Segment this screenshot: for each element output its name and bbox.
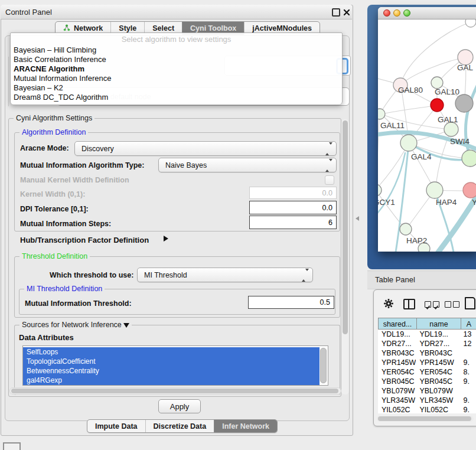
network-node[interactable]	[378, 184, 382, 196]
desktop: Control Panel Network Style Select Cyni …	[0, 0, 476, 450]
network-node[interactable]	[463, 182, 476, 198]
network-node[interactable]	[462, 150, 476, 167]
table-row[interactable]: YDR27...YDR27...12	[378, 339, 476, 348]
collapse-arrow-icon[interactable]	[123, 323, 129, 328]
aracne-mode-label: Aracne Mode:	[20, 144, 69, 152]
minimized-panel-icon[interactable]	[3, 442, 21, 450]
hub-definition-label: Hub/Transcription Factor Definition	[20, 236, 149, 244]
vertical-scrollbar[interactable]	[341, 119, 349, 394]
deselect-all-columns-icon[interactable]	[445, 301, 461, 312]
mi-steps-field[interactable]: 6	[249, 216, 337, 229]
mi-type-select[interactable]: Naive Bayes	[158, 158, 337, 172]
scrollbar-thumb[interactable]	[11, 389, 338, 393]
scrollbar-thumb[interactable]	[378, 416, 471, 421]
stepper-arrows-icon	[302, 271, 309, 279]
float-window-icon[interactable]	[332, 8, 340, 17]
select-all-columns-icon[interactable]	[425, 301, 441, 312]
node-label: GAL10	[435, 87, 459, 96]
network-node[interactable]	[426, 182, 443, 198]
dpi-tolerance-field[interactable]: 0.0	[249, 201, 337, 214]
network-canvas[interactable]: GALGAL80GAL10GAL1GAL11SWI4GAL4GCY1HAP4YH…	[378, 19, 476, 252]
node-label: GAL11	[380, 121, 405, 130]
table-cell: YBR043C	[416, 348, 459, 358]
dropdown-placeholder: Select algorithm to view settings	[11, 33, 342, 45]
table-row[interactable]: YIL052CYIL052C9.	[378, 405, 476, 413]
column-header[interactable]: A	[461, 318, 476, 330]
node-label: Y	[472, 198, 476, 207]
table-row[interactable]: YER054CYER054C8.	[378, 367, 476, 377]
table-row[interactable]: YDL19...YDL19...13	[378, 330, 476, 339]
table-row[interactable]: YLR345WYLR345W9.	[378, 396, 476, 405]
network-window-titlebar[interactable]	[378, 7, 476, 19]
network-edge[interactable]	[396, 144, 409, 252]
attribute-list-item[interactable]: TopologicalCoefficient	[23, 357, 319, 366]
tab-impute-data[interactable]: Impute Data	[87, 420, 145, 432]
list-scrollbar[interactable]	[320, 348, 327, 383]
data-attributes-listbox[interactable]: SelfLoopsTopologicalCoefficientBetweenne…	[22, 345, 328, 386]
network-node[interactable]	[465, 19, 476, 27]
attribute-list-item[interactable]: SelfLoops	[23, 347, 319, 357]
network-edge[interactable]	[378, 116, 379, 190]
algorithm-option[interactable]: Basic Correlation Inference	[11, 55, 342, 64]
algorithm-option[interactable]: Dream8 DC_TDC Algorithm	[11, 93, 342, 102]
table-cell: 8.	[460, 367, 476, 377]
algorithm-option[interactable]: Mutual Information Inference	[11, 74, 342, 83]
network-node[interactable]	[431, 99, 444, 112]
split-pane-handle[interactable]	[356, 216, 359, 221]
table-row[interactable]: YBR043CYBR043C	[378, 348, 476, 358]
algorithm-list: Bayesian – Hill ClimbingBasic Correlatio…	[11, 45, 342, 102]
aracne-mode-select[interactable]: Discovery	[74, 141, 337, 156]
mi-type-label: Mutual Information Algorithm Type:	[20, 161, 144, 169]
algorithm-dropdown[interactable]: Select algorithm to view settings Bayesi…	[10, 32, 343, 105]
network-node[interactable]	[400, 135, 417, 151]
column-header[interactable]: shared...	[378, 318, 417, 330]
zoom-traffic-light[interactable]	[403, 9, 410, 17]
split-panes-icon[interactable]	[403, 299, 415, 309]
apply-button[interactable]: Apply	[158, 399, 201, 413]
table-cell: YDL19...	[416, 330, 459, 339]
network-node[interactable]	[400, 223, 412, 235]
table-cell: YBR043C	[378, 348, 416, 358]
window-title: Control Panel	[5, 8, 52, 17]
table-cell: 13	[460, 330, 476, 339]
table-row[interactable]: YPR145WYPR145W9.	[378, 358, 476, 367]
table-row[interactable]: YBR045CYBR045C9.	[378, 377, 476, 386]
network-node[interactable]	[431, 77, 443, 89]
network-node[interactable]	[444, 122, 458, 136]
table-row[interactable]: YBL079WYBL079W	[378, 386, 476, 396]
horizontal-scrollbar[interactable]	[9, 387, 341, 394]
sources-title: Sources for Network Inference	[19, 321, 132, 330]
table-horizontal-scrollbar[interactable]	[377, 416, 474, 422]
network-node[interactable]	[378, 109, 385, 119]
close-traffic-light[interactable]	[383, 9, 390, 17]
which-threshold-select[interactable]: MI Threshold	[137, 268, 313, 282]
algorithm-option[interactable]: Bayesian – Hill Climbing	[11, 45, 342, 55]
table-header-row: shared...nameA	[378, 318, 476, 330]
table-body[interactable]: YDL19...YDL19...13YDR27...YDR27...12YBR0…	[378, 330, 476, 413]
mi-steps-label: Mutual Information Steps:	[20, 220, 111, 228]
minimize-traffic-light[interactable]	[393, 9, 400, 17]
attribute-list-item[interactable]: gal4RGexp	[23, 376, 319, 385]
tab-infer-network[interactable]: Infer Network	[214, 420, 277, 432]
column-header[interactable]: name	[416, 318, 461, 330]
algorithm-option[interactable]: Bayesian – K2	[11, 83, 342, 93]
expand-arrow-icon[interactable]	[164, 236, 168, 242]
manual-kernel-checkbox[interactable]	[325, 175, 334, 185]
settings-gear-icon[interactable]	[383, 298, 394, 311]
network-edge[interactable]	[381, 106, 435, 114]
tab-discretize-data[interactable]: Discretize Data	[145, 420, 214, 432]
table-cell: YDL19...	[378, 330, 416, 339]
scrollbar-thumb[interactable]	[343, 120, 348, 334]
export-table-icon[interactable]	[465, 297, 475, 309]
network-window[interactable]: GALGAL80GAL10GAL1GAL11SWI4GAL4GCY1HAP4YH…	[378, 7, 476, 252]
which-threshold-label: Which threshold to use:	[50, 271, 133, 279]
stepper-arrows-icon	[325, 161, 332, 169]
control-panel-titlebar[interactable]: Control Panel	[1, 5, 352, 19]
kernel-width-label: Kernel Width (0,1):	[20, 190, 85, 198]
mi-threshold-field[interactable]: 0.5	[248, 296, 334, 309]
kernel-width-field[interactable]: 0.0	[249, 187, 337, 199]
close-icon[interactable]	[343, 8, 350, 15]
network-node[interactable]	[455, 94, 473, 112]
attribute-list-item[interactable]: BetweennessCentrality	[23, 366, 319, 376]
algorithm-option[interactable]: ARACNE Algorithm	[11, 64, 342, 74]
